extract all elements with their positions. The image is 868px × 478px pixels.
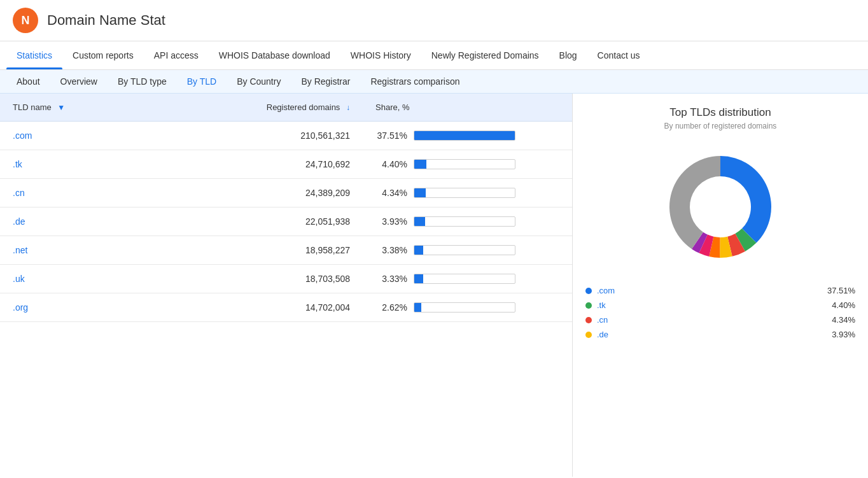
table-row: .cn 24,389,209 4.34%: [0, 179, 572, 207]
table-row: .tk 24,710,692 4.40%: [0, 150, 572, 179]
registered-domains-cell: 18,958,227: [235, 236, 363, 265]
nav-item-whois-db[interactable]: WHOIS Database download: [209, 41, 340, 69]
legend-item: .cn 4.34%: [585, 315, 855, 325]
share-percent: 2.62%: [375, 302, 407, 313]
filter-icon[interactable]: ▼: [57, 103, 65, 112]
subnav-overview[interactable]: Overview: [50, 70, 108, 93]
main-nav: Statistics Custom reports API access WHO…: [0, 41, 868, 70]
share-bar-container: [414, 216, 515, 227]
share-bar-fill: [414, 246, 423, 255]
share-bar-container: [414, 159, 515, 169]
share-bar-fill: [414, 188, 426, 197]
registered-domains-cell: 24,710,692: [235, 150, 363, 179]
share-percent: 3.93%: [375, 216, 407, 227]
share-bar-container: [414, 245, 515, 255]
col-registered-domains: Registered domains ↓: [235, 94, 363, 122]
legend-dot: [585, 317, 592, 323]
legend-percent: 4.34%: [832, 315, 855, 325]
table-row: .de 22,051,938 3.93%: [0, 207, 572, 236]
chart-legend: .com 37.51% .tk 4.40% .cn 4.34% .de 3.93…: [585, 286, 855, 339]
legend-item: .tk 4.40%: [585, 300, 855, 310]
legend-tld-label[interactable]: .de: [597, 330, 629, 339]
table-row: .org 14,702,004 2.62%: [0, 293, 572, 322]
chart-title: Top TLDs distribution: [669, 106, 771, 119]
nav-item-whois-history[interactable]: WHOIS History: [340, 41, 421, 69]
share-bar-fill: [414, 217, 425, 226]
col-share: Share, %: [363, 94, 572, 122]
share-cell: 3.38%: [363, 236, 572, 265]
tld-name-cell[interactable]: .com: [0, 122, 235, 150]
share-bar-fill: [414, 303, 421, 312]
nav-item-contact[interactable]: Contact us: [587, 41, 650, 69]
share-cell: 3.33%: [363, 265, 572, 293]
legend-dot: [585, 302, 592, 309]
chart-subtitle: By number of registered domains: [664, 122, 777, 130]
legend-percent: 4.40%: [832, 300, 855, 310]
tld-name-cell[interactable]: .de: [0, 207, 235, 236]
share-percent: 3.38%: [375, 245, 407, 255]
tld-table: TLD name ▼ Registered domains ↓ Share, %…: [0, 94, 572, 322]
tld-name-cell[interactable]: .net: [0, 236, 235, 265]
sub-nav: About Overview By TLD type By TLD By Cou…: [0, 70, 868, 94]
sort-icon[interactable]: ↓: [346, 103, 350, 112]
subnav-registrars-comparison[interactable]: Registrars comparison: [360, 70, 470, 93]
subnav-by-tld[interactable]: By TLD: [177, 70, 227, 93]
share-percent: 4.34%: [375, 188, 407, 198]
share-percent: 4.40%: [375, 159, 407, 169]
nav-item-statistics[interactable]: Statistics: [6, 41, 62, 69]
table-header-row: TLD name ▼ Registered domains ↓ Share, %: [0, 94, 572, 122]
share-bar-container: [414, 188, 515, 198]
share-cell: 4.40%: [363, 150, 572, 179]
nav-item-api-access[interactable]: API access: [144, 41, 209, 69]
nav-item-custom-reports[interactable]: Custom reports: [62, 41, 144, 69]
legend-item: .com 37.51%: [585, 286, 855, 295]
share-cell: 4.34%: [363, 179, 572, 207]
donut-chart: [657, 143, 784, 271]
registered-domains-cell: 210,561,321: [235, 122, 363, 150]
subnav-by-country[interactable]: By Country: [227, 70, 291, 93]
share-cell: 3.93%: [363, 207, 572, 236]
share-bar-fill: [414, 160, 426, 169]
content: TLD name ▼ Registered domains ↓ Share, %…: [0, 94, 868, 477]
table-row: .com 210,561,321 37.51%: [0, 122, 572, 150]
header: N Domain Name Stat: [0, 0, 868, 41]
legend-tld-label[interactable]: .cn: [597, 315, 629, 325]
table-row: .net 18,958,227 3.38%: [0, 236, 572, 265]
subnav-by-tld-type[interactable]: By TLD type: [108, 70, 177, 93]
tld-name-cell[interactable]: .cn: [0, 179, 235, 207]
tld-name-cell[interactable]: .uk: [0, 265, 235, 293]
share-bar-container: [414, 274, 515, 284]
legend-tld-label[interactable]: .com: [597, 286, 629, 295]
nav-item-newly-registered[interactable]: Newly Registered Domains: [421, 41, 549, 69]
share-bar-container: [414, 302, 515, 313]
donut-segment: [720, 156, 771, 243]
legend-percent: 37.51%: [827, 286, 855, 295]
tld-table-section: TLD name ▼ Registered domains ↓ Share, %…: [0, 94, 573, 477]
legend-dot: [585, 288, 592, 294]
subnav-by-registrar[interactable]: By Registrar: [291, 70, 360, 93]
legend-tld-label[interactable]: .tk: [597, 300, 629, 310]
share-bar-container: [414, 130, 515, 141]
legend-percent: 3.93%: [832, 330, 855, 339]
logo: N: [13, 8, 38, 33]
share-bar-fill: [414, 274, 423, 283]
share-cell: 2.62%: [363, 293, 572, 322]
subnav-about[interactable]: About: [6, 70, 50, 93]
col-tld-name: TLD name ▼: [0, 94, 235, 122]
registered-domains-cell: 22,051,938: [235, 207, 363, 236]
tld-name-cell[interactable]: .tk: [0, 150, 235, 179]
site-title: Domain Name Stat: [47, 12, 165, 29]
share-percent: 37.51%: [375, 130, 407, 141]
share-cell: 37.51%: [363, 122, 572, 150]
right-panel: Top TLDs distribution By number of regis…: [573, 94, 868, 477]
donut-segment: [669, 156, 720, 249]
nav-item-blog[interactable]: Blog: [549, 41, 587, 69]
tld-name-cell[interactable]: .org: [0, 293, 235, 322]
registered-domains-cell: 14,702,004: [235, 293, 363, 322]
legend-dot: [585, 332, 592, 338]
registered-domains-cell: 24,389,209: [235, 179, 363, 207]
registered-domains-cell: 18,703,508: [235, 265, 363, 293]
legend-item: .de 3.93%: [585, 330, 855, 339]
table-row: .uk 18,703,508 3.33%: [0, 265, 572, 293]
share-bar-fill: [414, 131, 515, 140]
